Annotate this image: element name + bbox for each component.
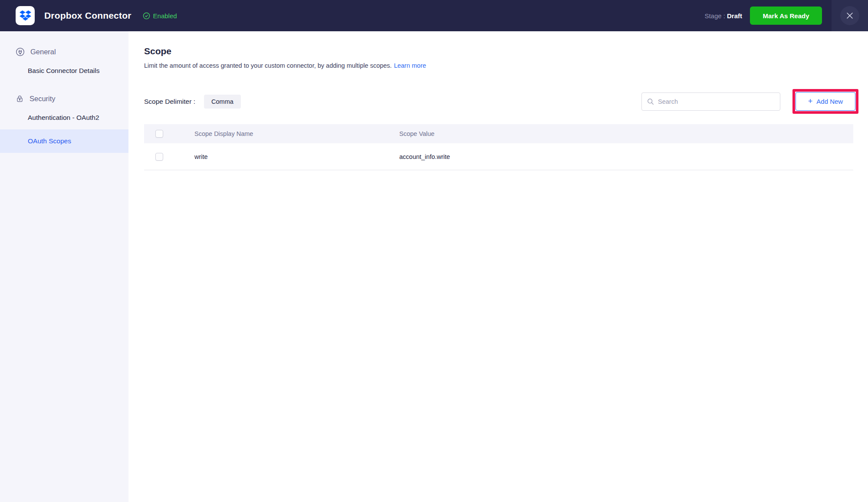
add-new-label: Add New [816, 98, 843, 105]
main-panel: Scope Limit the amount of access granted… [128, 31, 868, 502]
close-icon [845, 11, 854, 20]
sidebar-item-basic-connector-details[interactable]: Basic Connector Details [0, 59, 128, 83]
sidebar-section-label: Security [30, 95, 56, 103]
lock-icon [16, 95, 24, 103]
status-badge: Enabled [143, 12, 177, 20]
search-box[interactable] [641, 92, 780, 111]
add-new-button[interactable]: + Add New [796, 92, 855, 111]
sidebar-section-label: General [30, 48, 56, 56]
dropbox-logo-icon [16, 6, 35, 25]
status-badge-label: Enabled [153, 12, 177, 20]
app-window: Dropbox Connector Enabled Stage :Draft M… [0, 0, 868, 502]
mark-as-ready-button[interactable]: Mark As Ready [750, 7, 822, 25]
header-bar: Dropbox Connector Enabled Stage :Draft M… [0, 0, 868, 31]
table-row: write account_info.write [144, 143, 853, 170]
scopes-table: Scope Display Name Scope Value write acc… [144, 124, 853, 170]
plus-icon: + [808, 97, 813, 105]
stage-indicator: Stage :Draft [704, 12, 742, 20]
close-button[interactable] [840, 6, 859, 25]
row-checkbox[interactable] [155, 153, 163, 161]
table-header-row: Scope Display Name Scope Value [144, 124, 853, 143]
sidebar-item-authentication-oauth2[interactable]: Authentication - OAuth2 [0, 106, 128, 129]
scope-toolbar: Scope Delimiter : Comma + [144, 89, 853, 114]
connector-title: Dropbox Connector [44, 10, 132, 21]
search-icon [647, 98, 654, 105]
select-all-checkbox[interactable] [155, 130, 163, 138]
sidebar-section-general: General [0, 44, 128, 59]
scope-display-name-cell: write [194, 153, 399, 160]
column-header-scope-value: Scope Value [399, 130, 853, 137]
sidebar-section-security: Security [0, 91, 128, 106]
scope-delimiter-label: Scope Delimiter : [144, 98, 195, 106]
scope-value-cell: account_info.write [399, 153, 853, 160]
check-circle-icon [143, 12, 150, 20]
scope-delimiter-value-chip[interactable]: Comma [204, 95, 241, 109]
sidebar: General Basic Connector Details Security… [0, 31, 128, 502]
learn-more-link[interactable]: Learn more [394, 62, 426, 69]
annotation-highlight-box: + Add New [792, 89, 858, 114]
page-title: Scope [144, 46, 853, 56]
column-header-scope-display-name: Scope Display Name [194, 130, 399, 137]
page-description: Limit the amount of access granted to yo… [144, 62, 853, 69]
sidebar-gap [0, 83, 128, 91]
close-zone [832, 0, 868, 31]
description-text: Limit the amount of access granted to yo… [144, 62, 392, 69]
sidebar-item-oauth-scopes[interactable]: OAuth Scopes [0, 129, 128, 153]
plug-icon [16, 47, 25, 56]
stage-value: Draft [727, 12, 742, 20]
search-input[interactable] [658, 98, 775, 105]
